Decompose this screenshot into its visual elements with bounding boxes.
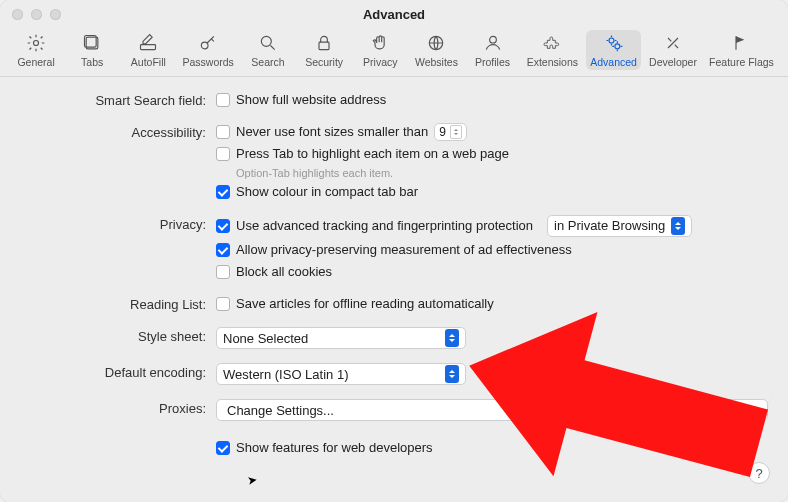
preferences-window: Advanced General Tabs AutoFill Passwords… <box>0 0 788 502</box>
help-button[interactable]: ? <box>748 462 770 484</box>
privacy-label: Privacy: <box>20 215 216 232</box>
tab-websites[interactable]: Websites <box>410 30 462 70</box>
tab-label: Websites <box>415 56 458 68</box>
spacer <box>20 439 216 441</box>
block-cookies-checkbox[interactable]: Block all cookies <box>216 263 768 281</box>
select-value: Western (ISO Latin 1) <box>223 367 348 382</box>
checkbox-checked-icon <box>216 441 230 455</box>
tab-privacy[interactable]: Privacy <box>354 30 406 70</box>
tab-developer[interactable]: Developer <box>645 30 701 70</box>
tab-label: Advanced <box>590 56 637 68</box>
select-value: None Selected <box>223 331 308 346</box>
window-controls <box>12 9 61 20</box>
checkbox-icon <box>216 265 230 279</box>
tab-label: Profiles <box>475 56 510 68</box>
tab-label: Extensions <box>527 56 578 68</box>
checkbox-label: Never use font sizes smaller than <box>236 123 428 141</box>
svg-rect-3 <box>141 45 156 50</box>
tracking-mode-select[interactable]: in Private Browsing <box>547 215 692 237</box>
save-offline-checkbox[interactable]: Save articles for offline reading automa… <box>216 295 768 313</box>
chevron-updown-icon <box>445 329 459 347</box>
checkbox-label: Press Tab to highlight each item on a we… <box>236 145 509 163</box>
show-developer-features-checkbox[interactable]: Show features for web developers <box>216 439 768 457</box>
tab-tabs[interactable]: Tabs <box>66 30 118 70</box>
default-encoding-select[interactable]: Western (ISO Latin 1) <box>216 363 466 385</box>
select-value: 9 <box>439 123 446 141</box>
tab-label: AutoFill <box>131 56 166 68</box>
tab-label: General <box>17 56 54 68</box>
checkbox-checked-icon <box>216 243 230 257</box>
flag-icon <box>730 32 752 54</box>
tabs-icon <box>81 32 103 54</box>
checkbox-label: Show full website address <box>236 91 386 109</box>
puzzle-icon <box>541 32 563 54</box>
checkbox-checked-icon <box>216 185 230 199</box>
min-font-size-select[interactable]: 9 <box>434 123 467 141</box>
globe-icon <box>425 32 447 54</box>
tab-passwords[interactable]: Passwords <box>178 30 237 70</box>
zoom-window-button[interactable] <box>50 9 61 20</box>
checkbox-label: Show features for web developers <box>236 439 433 457</box>
tracking-protection-checkbox[interactable]: Use advanced tracking and fingerprinting… <box>216 215 768 237</box>
svg-rect-6 <box>319 42 329 49</box>
svg-point-10 <box>614 44 619 49</box>
chevron-updown-icon <box>450 125 462 139</box>
reading-list-label: Reading List: <box>20 295 216 312</box>
tab-label: Passwords <box>182 56 233 68</box>
tools-icon <box>662 32 684 54</box>
tab-general[interactable]: General <box>10 30 62 70</box>
gear-icon <box>25 32 47 54</box>
minimize-window-button[interactable] <box>31 9 42 20</box>
checkbox-label: Save articles for offline reading automa… <box>236 295 494 313</box>
key-icon <box>197 32 219 54</box>
svg-point-8 <box>489 36 496 43</box>
show-full-address-checkbox[interactable]: Show full website address <box>216 91 768 109</box>
tab-extensions[interactable]: Extensions <box>523 30 582 70</box>
tab-label: Privacy <box>363 56 397 68</box>
min-font-size-checkbox[interactable]: Never use font sizes smaller than 9 <box>216 123 768 141</box>
tab-label: Security <box>305 56 343 68</box>
style-sheet-label: Style sheet: <box>20 327 216 344</box>
press-tab-checkbox[interactable]: Press Tab to highlight each item on a we… <box>216 145 768 163</box>
preferences-toolbar: General Tabs AutoFill Passwords Search S… <box>0 28 788 77</box>
chevron-updown-icon <box>445 365 459 383</box>
compact-color-checkbox[interactable]: Show colour in compact tab bar <box>216 183 768 201</box>
chevron-updown-icon <box>671 217 685 235</box>
style-sheet-select[interactable]: None Selected <box>216 327 466 349</box>
svg-point-4 <box>201 42 208 49</box>
checkbox-icon <box>216 125 230 139</box>
content-area: Smart Search field: Show full website ad… <box>0 77 788 477</box>
ad-measurement-checkbox[interactable]: Allow privacy-preserving measurement of … <box>216 241 768 259</box>
smart-search-label: Smart Search field: <box>20 91 216 108</box>
default-encoding-label: Default encoding: <box>20 363 216 380</box>
accessibility-label: Accessibility: <box>20 123 216 140</box>
titlebar: Advanced <box>0 0 788 28</box>
checkbox-label: Block all cookies <box>236 263 332 281</box>
proxies-label: Proxies: <box>20 399 216 416</box>
tab-label: Developer <box>649 56 697 68</box>
svg-point-0 <box>34 41 39 46</box>
tab-autofill[interactable]: AutoFill <box>122 30 174 70</box>
tab-advanced[interactable]: Advanced <box>586 30 641 70</box>
hand-icon <box>369 32 391 54</box>
tab-label: Search <box>251 56 284 68</box>
svg-point-9 <box>609 38 614 43</box>
checkbox-label: Allow privacy-preserving measurement of … <box>236 241 572 259</box>
checkbox-checked-icon <box>216 219 230 233</box>
pencil-field-icon <box>137 32 159 54</box>
person-icon <box>482 32 504 54</box>
tab-feature-flags[interactable]: Feature Flags <box>705 30 778 70</box>
option-tab-hint: Option-Tab highlights each item. <box>236 167 768 179</box>
tab-security[interactable]: Security <box>298 30 350 70</box>
button-label: Change Settings... <box>227 403 334 418</box>
lock-icon <box>313 32 335 54</box>
close-window-button[interactable] <box>12 9 23 20</box>
change-settings-button[interactable]: Change Settings... <box>216 399 768 421</box>
help-label: ? <box>755 466 762 481</box>
tab-search[interactable]: Search <box>242 30 294 70</box>
select-value: in Private Browsing <box>554 217 665 235</box>
checkbox-label: Show colour in compact tab bar <box>236 183 418 201</box>
tab-profiles[interactable]: Profiles <box>467 30 519 70</box>
tab-label: Tabs <box>81 56 103 68</box>
double-gear-icon <box>603 32 625 54</box>
